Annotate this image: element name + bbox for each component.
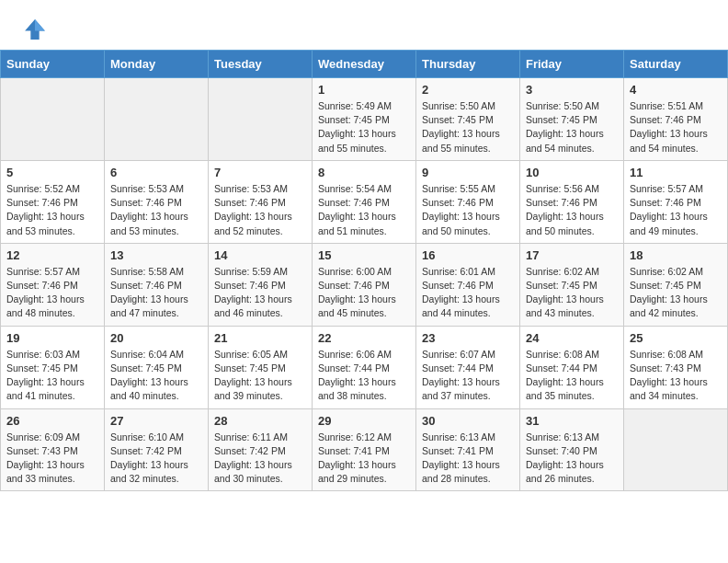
calendar-cell: 11Sunrise: 5:57 AM Sunset: 7:46 PM Dayli…	[624, 160, 728, 243]
day-info: Sunrise: 5:53 AM Sunset: 7:46 PM Dayligh…	[110, 182, 202, 238]
day-number: 22	[318, 331, 410, 345]
svg-marker-1	[35, 19, 45, 30]
calendar-cell: 21Sunrise: 6:05 AM Sunset: 7:45 PM Dayli…	[209, 326, 313, 408]
calendar-cell: 6Sunrise: 5:53 AM Sunset: 7:46 PM Daylig…	[105, 160, 209, 243]
day-number: 24	[526, 331, 618, 345]
logo	[22, 17, 51, 42]
day-number: 1	[318, 83, 410, 97]
calendar-cell: 1Sunrise: 5:49 AM Sunset: 7:45 PM Daylig…	[313, 78, 416, 161]
day-info: Sunrise: 6:05 AM Sunset: 7:45 PM Dayligh…	[214, 348, 306, 404]
calendar-cell: 29Sunrise: 6:12 AM Sunset: 7:41 PM Dayli…	[313, 408, 416, 491]
calendar-cell: 27Sunrise: 6:10 AM Sunset: 7:42 PM Dayli…	[105, 408, 209, 491]
day-number: 9	[422, 166, 514, 179]
calendar-cell: 18Sunrise: 6:02 AM Sunset: 7:45 PM Dayli…	[624, 243, 728, 326]
day-number: 31	[526, 414, 618, 428]
day-info: Sunrise: 5:55 AM Sunset: 7:46 PM Dayligh…	[422, 182, 514, 238]
day-number: 25	[630, 331, 722, 345]
day-number: 6	[110, 166, 202, 179]
calendar-week-row: 1Sunrise: 5:49 AM Sunset: 7:45 PM Daylig…	[1, 78, 728, 161]
calendar-cell: 2Sunrise: 5:50 AM Sunset: 7:45 PM Daylig…	[416, 78, 520, 161]
day-number: 8	[318, 166, 410, 179]
day-number: 2	[422, 83, 514, 97]
day-info: Sunrise: 6:11 AM Sunset: 7:42 PM Dayligh…	[214, 431, 306, 487]
calendar-cell	[209, 78, 313, 161]
day-info: Sunrise: 6:00 AM Sunset: 7:46 PM Dayligh…	[318, 265, 410, 321]
calendar-cell: 28Sunrise: 6:11 AM Sunset: 7:42 PM Dayli…	[209, 408, 313, 491]
calendar-week-row: 19Sunrise: 6:03 AM Sunset: 7:45 PM Dayli…	[1, 326, 728, 408]
calendar-cell: 13Sunrise: 5:58 AM Sunset: 7:46 PM Dayli…	[105, 243, 209, 326]
day-info: Sunrise: 5:57 AM Sunset: 7:46 PM Dayligh…	[630, 182, 722, 238]
day-info: Sunrise: 5:58 AM Sunset: 7:46 PM Dayligh…	[110, 265, 202, 321]
day-number: 23	[422, 331, 514, 345]
calendar-cell: 20Sunrise: 6:04 AM Sunset: 7:45 PM Dayli…	[105, 326, 209, 408]
day-info: Sunrise: 5:51 AM Sunset: 7:46 PM Dayligh…	[630, 99, 722, 155]
calendar-cell: 24Sunrise: 6:08 AM Sunset: 7:44 PM Dayli…	[520, 326, 624, 408]
day-number: 11	[630, 166, 722, 179]
day-number: 15	[318, 248, 410, 262]
day-number: 19	[6, 331, 98, 345]
calendar-cell: 7Sunrise: 5:53 AM Sunset: 7:46 PM Daylig…	[209, 160, 313, 243]
day-number: 10	[526, 166, 618, 179]
calendar-cell	[624, 408, 728, 491]
day-info: Sunrise: 6:02 AM Sunset: 7:45 PM Dayligh…	[526, 265, 618, 321]
day-number: 26	[6, 414, 98, 428]
col-header-saturday: Saturday	[624, 51, 728, 78]
calendar-table: SundayMondayTuesdayWednesdayThursdayFrid…	[0, 50, 728, 491]
calendar-cell: 9Sunrise: 5:55 AM Sunset: 7:46 PM Daylig…	[416, 160, 520, 243]
day-info: Sunrise: 6:08 AM Sunset: 7:43 PM Dayligh…	[630, 348, 722, 404]
day-info: Sunrise: 5:56 AM Sunset: 7:46 PM Dayligh…	[526, 182, 618, 238]
calendar-cell: 3Sunrise: 5:50 AM Sunset: 7:45 PM Daylig…	[520, 78, 624, 161]
day-info: Sunrise: 5:57 AM Sunset: 7:46 PM Dayligh…	[6, 265, 98, 321]
calendar-cell: 10Sunrise: 5:56 AM Sunset: 7:46 PM Dayli…	[520, 160, 624, 243]
day-info: Sunrise: 6:13 AM Sunset: 7:40 PM Dayligh…	[526, 431, 618, 487]
day-number: 27	[110, 414, 202, 428]
day-info: Sunrise: 6:13 AM Sunset: 7:41 PM Dayligh…	[422, 431, 514, 487]
col-header-monday: Monday	[105, 51, 209, 78]
calendar-week-row: 26Sunrise: 6:09 AM Sunset: 7:43 PM Dayli…	[1, 408, 728, 491]
col-header-sunday: Sunday	[1, 51, 105, 78]
calendar-cell: 22Sunrise: 6:06 AM Sunset: 7:44 PM Dayli…	[313, 326, 416, 408]
calendar-cell: 25Sunrise: 6:08 AM Sunset: 7:43 PM Dayli…	[624, 326, 728, 408]
calendar-week-row: 5Sunrise: 5:52 AM Sunset: 7:46 PM Daylig…	[1, 160, 728, 243]
day-number: 3	[526, 83, 618, 97]
day-number: 16	[422, 248, 514, 262]
calendar-header-row: SundayMondayTuesdayWednesdayThursdayFrid…	[1, 51, 728, 78]
day-number: 28	[214, 414, 306, 428]
day-number: 17	[526, 248, 618, 262]
day-info: Sunrise: 6:10 AM Sunset: 7:42 PM Dayligh…	[110, 431, 202, 487]
day-info: Sunrise: 5:50 AM Sunset: 7:45 PM Dayligh…	[526, 99, 618, 155]
calendar-cell: 30Sunrise: 6:13 AM Sunset: 7:41 PM Dayli…	[416, 408, 520, 491]
day-number: 5	[6, 166, 98, 179]
calendar-cell: 19Sunrise: 6:03 AM Sunset: 7:45 PM Dayli…	[1, 326, 105, 408]
col-header-tuesday: Tuesday	[209, 51, 313, 78]
logo-icon	[22, 17, 48, 42]
day-info: Sunrise: 6:06 AM Sunset: 7:44 PM Dayligh…	[318, 348, 410, 404]
day-number: 18	[630, 248, 722, 262]
day-info: Sunrise: 6:09 AM Sunset: 7:43 PM Dayligh…	[6, 431, 98, 487]
day-info: Sunrise: 6:04 AM Sunset: 7:45 PM Dayligh…	[110, 348, 202, 404]
day-info: Sunrise: 5:59 AM Sunset: 7:46 PM Dayligh…	[214, 265, 306, 321]
day-info: Sunrise: 5:49 AM Sunset: 7:45 PM Dayligh…	[318, 99, 410, 155]
day-number: 13	[110, 248, 202, 262]
calendar-cell: 17Sunrise: 6:02 AM Sunset: 7:45 PM Dayli…	[520, 243, 624, 326]
day-number: 7	[214, 166, 306, 179]
col-header-friday: Friday	[520, 51, 624, 78]
col-header-wednesday: Wednesday	[313, 51, 416, 78]
col-header-thursday: Thursday	[416, 51, 520, 78]
day-info: Sunrise: 6:07 AM Sunset: 7:44 PM Dayligh…	[422, 348, 514, 404]
calendar-cell: 8Sunrise: 5:54 AM Sunset: 7:46 PM Daylig…	[313, 160, 416, 243]
day-number: 4	[630, 83, 722, 97]
calendar-cell: 31Sunrise: 6:13 AM Sunset: 7:40 PM Dayli…	[520, 408, 624, 491]
calendar-cell: 5Sunrise: 5:52 AM Sunset: 7:46 PM Daylig…	[1, 160, 105, 243]
day-info: Sunrise: 6:01 AM Sunset: 7:46 PM Dayligh…	[422, 265, 514, 321]
calendar-cell: 26Sunrise: 6:09 AM Sunset: 7:43 PM Dayli…	[1, 408, 105, 491]
calendar-cell: 23Sunrise: 6:07 AM Sunset: 7:44 PM Dayli…	[416, 326, 520, 408]
day-number: 14	[214, 248, 306, 262]
calendar-cell: 14Sunrise: 5:59 AM Sunset: 7:46 PM Dayli…	[209, 243, 313, 326]
calendar-cell: 4Sunrise: 5:51 AM Sunset: 7:46 PM Daylig…	[624, 78, 728, 161]
day-info: Sunrise: 5:50 AM Sunset: 7:45 PM Dayligh…	[422, 99, 514, 155]
day-number: 30	[422, 414, 514, 428]
day-info: Sunrise: 6:02 AM Sunset: 7:45 PM Dayligh…	[630, 265, 722, 321]
calendar-cell	[105, 78, 209, 161]
calendar-cell: 15Sunrise: 6:00 AM Sunset: 7:46 PM Dayli…	[313, 243, 416, 326]
